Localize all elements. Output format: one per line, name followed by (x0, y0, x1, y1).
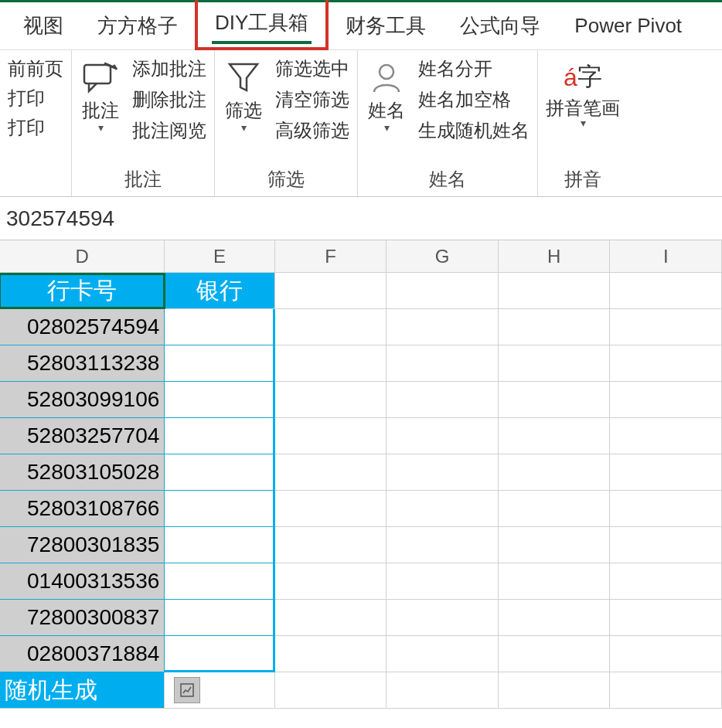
cell[interactable] (610, 382, 722, 418)
cell[interactable] (165, 600, 275, 636)
cell[interactable] (275, 672, 387, 709)
cell[interactable] (499, 309, 611, 345)
cell[interactable] (165, 636, 275, 672)
cell[interactable] (165, 563, 275, 600)
filter-button[interactable]: 筛选 ▾ (223, 56, 264, 134)
cell[interactable] (610, 345, 722, 382)
cell[interactable] (499, 527, 611, 563)
quick-analysis-icon[interactable] (174, 677, 200, 703)
col-header-E[interactable]: E (165, 240, 275, 273)
cell[interactable] (610, 418, 722, 454)
cell[interactable] (499, 382, 611, 418)
cell[interactable] (387, 563, 499, 600)
cell[interactable] (610, 672, 722, 709)
cell[interactable] (499, 273, 611, 309)
cell[interactable] (165, 382, 275, 418)
cell-data[interactable]: 52803257704 (0, 418, 165, 454)
cell[interactable] (387, 273, 499, 309)
col-header-G[interactable]: G (387, 240, 499, 273)
col-header-I[interactable]: I (610, 240, 722, 273)
cell-data[interactable]: 02802574594 (0, 309, 165, 345)
annotate-button[interactable]: 批注 ▾ (80, 56, 121, 134)
header-card[interactable]: 行卡号 (0, 273, 165, 309)
cell[interactable] (275, 345, 387, 382)
cell[interactable] (610, 491, 722, 527)
cell[interactable] (387, 672, 499, 709)
btn-prevpage[interactable]: 前前页 (8, 56, 63, 81)
cell-data[interactable]: 02800371884 (0, 636, 165, 672)
cell[interactable] (165, 527, 275, 563)
cell[interactable] (387, 636, 499, 672)
cell[interactable] (387, 454, 499, 491)
cell[interactable] (499, 636, 611, 672)
cell[interactable] (165, 672, 275, 709)
cell[interactable] (387, 600, 499, 636)
cell[interactable] (275, 527, 387, 563)
spreadsheet-grid[interactable]: D E F G H I 行卡号 银行 02802574594 528031132… (0, 240, 722, 709)
footer-random-gen[interactable]: 随机生成 (0, 672, 165, 709)
cell[interactable] (387, 345, 499, 382)
cell-data[interactable]: 72800301835 (0, 527, 165, 563)
cell-data[interactable]: 52803099106 (0, 382, 165, 418)
cell[interactable] (165, 309, 275, 345)
cell[interactable] (499, 672, 611, 709)
cell[interactable] (275, 273, 387, 309)
pinyin-button[interactable]: á字 拼音笔画 ▾ (546, 56, 620, 129)
cell-data[interactable]: 52803105028 (0, 454, 165, 491)
cell[interactable] (275, 454, 387, 491)
cell[interactable] (610, 600, 722, 636)
cell[interactable] (610, 563, 722, 600)
cell[interactable] (610, 454, 722, 491)
name-button[interactable]: 姓名 ▾ (366, 56, 407, 134)
cell[interactable] (165, 454, 275, 491)
cell[interactable] (387, 491, 499, 527)
cell[interactable] (275, 600, 387, 636)
cell[interactable] (165, 491, 275, 527)
tab-view[interactable]: 视图 (6, 6, 80, 46)
cell[interactable] (165, 345, 275, 382)
cell[interactable] (499, 600, 611, 636)
btn-filter-selected[interactable]: 筛选选中 (275, 56, 349, 81)
col-header-F[interactable]: F (275, 240, 387, 273)
btn-print1[interactable]: 打印 (8, 86, 63, 111)
btn-clear-filter[interactable]: 清空筛选 (275, 87, 349, 112)
btn-adv-filter[interactable]: 高级筛选 (275, 118, 349, 143)
cell-data[interactable]: 01400313536 (0, 563, 165, 600)
tab-finance[interactable]: 财务工具 (329, 6, 443, 46)
cell[interactable] (275, 636, 387, 672)
cell[interactable] (610, 273, 722, 309)
cell[interactable] (610, 636, 722, 672)
cell[interactable] (387, 309, 499, 345)
cell[interactable] (499, 563, 611, 600)
cell[interactable] (499, 454, 611, 491)
cell[interactable] (275, 563, 387, 600)
btn-del-comment[interactable]: 删除批注 (132, 87, 206, 112)
tab-diy[interactable]: DIY工具箱 (195, 0, 329, 50)
cell[interactable] (499, 491, 611, 527)
cell[interactable] (499, 345, 611, 382)
btn-split-name[interactable]: 姓名分开 (418, 56, 530, 81)
btn-review-comment[interactable]: 批注阅览 (132, 118, 206, 143)
cell[interactable] (275, 382, 387, 418)
cell[interactable] (275, 418, 387, 454)
cell[interactable] (165, 418, 275, 454)
tab-formula[interactable]: 公式向导 (443, 6, 557, 46)
btn-print2[interactable]: 打印 (8, 115, 63, 140)
btn-add-comment[interactable]: 添加批注 (132, 56, 206, 81)
btn-space-name[interactable]: 姓名加空格 (418, 87, 530, 112)
formula-bar[interactable]: 302574594 (0, 197, 722, 240)
header-bank[interactable]: 银行 (165, 273, 275, 309)
col-header-D[interactable]: D (0, 240, 165, 273)
cell-data[interactable]: 52803113238 (0, 345, 165, 382)
cell[interactable] (610, 309, 722, 345)
btn-gen-name[interactable]: 生成随机姓名 (418, 118, 530, 143)
cell[interactable] (387, 418, 499, 454)
cell[interactable] (387, 382, 499, 418)
cell[interactable] (275, 491, 387, 527)
col-header-H[interactable]: H (499, 240, 611, 273)
tab-powerpivot[interactable]: Power Pivot (557, 8, 699, 44)
cell[interactable] (610, 527, 722, 563)
cell[interactable] (275, 309, 387, 345)
cell-data[interactable]: 52803108766 (0, 491, 165, 527)
cell-data[interactable]: 72800300837 (0, 600, 165, 636)
